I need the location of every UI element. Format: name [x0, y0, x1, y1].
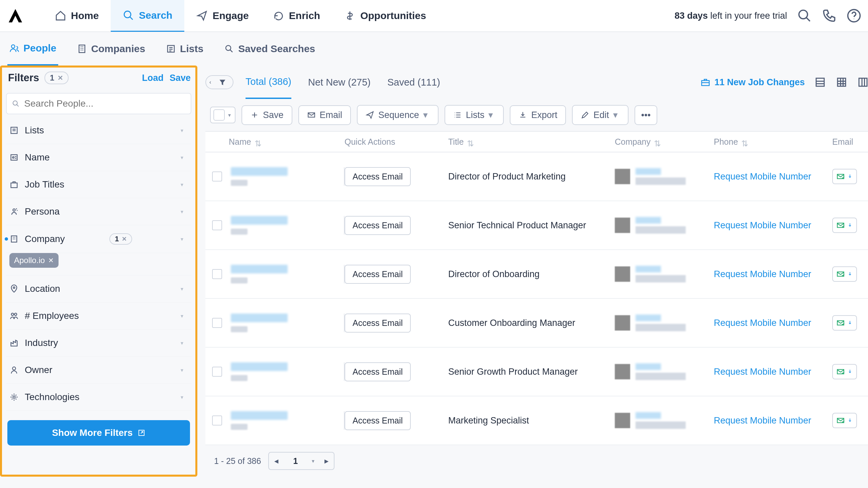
- filter-owner[interactable]: Owner ▾: [6, 357, 191, 384]
- filter-technologies[interactable]: Technologies ▾: [6, 384, 191, 411]
- job-changes-link[interactable]: 11 New Job Changes: [701, 77, 805, 88]
- access-email-button[interactable]: Access Email: [344, 216, 411, 235]
- save-button[interactable]: Save: [242, 105, 292, 125]
- close-icon[interactable]: ✕: [122, 235, 127, 243]
- show-more-filters-button[interactable]: Show More Filters: [7, 420, 190, 446]
- row-company-cell[interactable]: [615, 315, 714, 331]
- row-company-cell[interactable]: [615, 412, 714, 429]
- page-prev-button[interactable]: ◀: [269, 453, 284, 469]
- request-mobile-link[interactable]: Request Mobile Number: [714, 318, 811, 328]
- lists-button[interactable]: Lists ▾: [444, 105, 504, 125]
- export-button[interactable]: Export: [510, 105, 566, 125]
- access-email-button[interactable]: Access Email: [344, 362, 411, 381]
- topbar-search-icon[interactable]: [797, 8, 812, 23]
- column-phone[interactable]: Phone ⇅: [714, 137, 832, 147]
- filter-company[interactable]: Company 1 ✕ ▾: [6, 225, 191, 253]
- request-mobile-link[interactable]: Request Mobile Number: [714, 220, 811, 230]
- tab-total[interactable]: Total (386): [246, 66, 291, 99]
- phone-icon[interactable]: [822, 8, 837, 23]
- email-action-button[interactable]: [832, 413, 857, 428]
- apollo-logo[interactable]: [7, 8, 23, 24]
- filter-persona[interactable]: Persona ▾: [6, 198, 191, 225]
- email-action-button[interactable]: [832, 315, 857, 331]
- row-checkbox[interactable]: [212, 318, 222, 328]
- svg-point-0: [124, 11, 131, 18]
- filter-name[interactable]: Name ▾: [6, 144, 191, 171]
- columns-icon[interactable]: [857, 76, 868, 88]
- email-action-button[interactable]: [832, 169, 857, 184]
- save-filters-button[interactable]: Save: [169, 73, 191, 83]
- tab-saved[interactable]: Saved (111): [388, 66, 440, 99]
- employees-icon: [9, 311, 19, 321]
- access-email-button[interactable]: Access Email: [344, 411, 411, 430]
- filter-location[interactable]: Location ▾: [6, 275, 191, 302]
- subtab-companies[interactable]: Companies: [75, 32, 147, 66]
- nav-enrich[interactable]: Enrich: [261, 0, 332, 32]
- row-company-cell[interactable]: [615, 168, 714, 185]
- close-icon[interactable]: ✕: [58, 74, 63, 82]
- request-mobile-link[interactable]: Request Mobile Number: [714, 416, 811, 425]
- svg-rect-11: [11, 183, 18, 188]
- help-icon[interactable]: [846, 8, 861, 23]
- access-email-button[interactable]: Access Email: [344, 314, 411, 333]
- company-logo: [615, 315, 630, 331]
- subtab-saved-searches[interactable]: Saved Searches: [222, 32, 317, 66]
- filter-search-input[interactable]: [6, 93, 191, 114]
- request-mobile-link[interactable]: Request Mobile Number: [714, 171, 811, 182]
- load-button[interactable]: Load: [142, 73, 163, 83]
- row-checkbox[interactable]: [212, 220, 222, 230]
- request-mobile-link[interactable]: Request Mobile Number: [714, 269, 811, 279]
- nav-home-label: Home: [71, 10, 99, 22]
- filter-chip-apollo[interactable]: Apollo.io ✕: [9, 253, 59, 268]
- filter-lists[interactable]: Lists ▾: [6, 117, 191, 144]
- request-mobile-link[interactable]: Request Mobile Number: [714, 367, 811, 377]
- row-company-cell[interactable]: [615, 363, 714, 380]
- filter-employees[interactable]: # Employees ▾: [6, 302, 191, 330]
- filter-industry[interactable]: Industry ▾: [6, 330, 191, 357]
- email-action-button[interactable]: [832, 218, 857, 233]
- sequence-button[interactable]: Sequence ▾: [357, 105, 438, 125]
- row-name-cell[interactable]: [229, 167, 344, 186]
- row-name-cell[interactable]: [229, 362, 344, 381]
- edit-button[interactable]: Edit ▾: [572, 105, 628, 125]
- nav-home[interactable]: Home: [43, 0, 111, 32]
- subtab-people[interactable]: People: [7, 32, 58, 66]
- subtab-lists[interactable]: Lists: [164, 32, 206, 66]
- column-title[interactable]: Title ⇅: [448, 137, 615, 147]
- row-company-cell[interactable]: [615, 217, 714, 234]
- filter-job-titles[interactable]: Job Titles ▾: [6, 171, 191, 198]
- list-view-icon[interactable]: [814, 76, 826, 88]
- row-checkbox[interactable]: [212, 367, 222, 377]
- row-checkbox[interactable]: [212, 269, 222, 279]
- redacted-company-sub: [636, 177, 686, 185]
- row-name-cell[interactable]: [229, 411, 344, 430]
- row-checkbox[interactable]: [212, 416, 222, 425]
- filters-count-badge[interactable]: 1 ✕: [44, 71, 68, 84]
- email-action-button[interactable]: [832, 266, 857, 282]
- row-name-cell[interactable]: [229, 314, 344, 332]
- company-count-badge[interactable]: 1 ✕: [110, 233, 132, 245]
- column-email[interactable]: Email: [832, 137, 868, 147]
- email-action-button[interactable]: [832, 364, 857, 379]
- column-company[interactable]: Company ⇅: [615, 137, 714, 147]
- more-button[interactable]: •••: [634, 105, 657, 125]
- nav-search[interactable]: Search: [111, 0, 184, 32]
- page-dropdown[interactable]: ▾: [307, 458, 319, 464]
- row-company-cell[interactable]: [615, 266, 714, 283]
- row-checkbox[interactable]: [212, 171, 222, 182]
- close-icon[interactable]: ✕: [48, 256, 54, 264]
- page-next-button[interactable]: ▶: [319, 453, 334, 469]
- access-email-button[interactable]: Access Email: [344, 265, 411, 284]
- nav-engage[interactable]: Engage: [184, 0, 260, 32]
- column-name[interactable]: Name ⇅: [229, 137, 344, 147]
- nav-opportunities[interactable]: Opportunities: [332, 0, 438, 32]
- email-button[interactable]: Email: [298, 105, 351, 125]
- collapse-filters-button[interactable]: ‹: [206, 75, 234, 89]
- select-all-checkbox[interactable]: ▾: [210, 107, 236, 123]
- mail-check-icon: [836, 319, 845, 327]
- grid-view-icon[interactable]: [836, 76, 847, 88]
- tab-net-new[interactable]: Net New (275): [308, 66, 371, 99]
- row-name-cell[interactable]: [229, 265, 344, 284]
- access-email-button[interactable]: Access Email: [344, 167, 411, 186]
- row-name-cell[interactable]: [229, 216, 344, 235]
